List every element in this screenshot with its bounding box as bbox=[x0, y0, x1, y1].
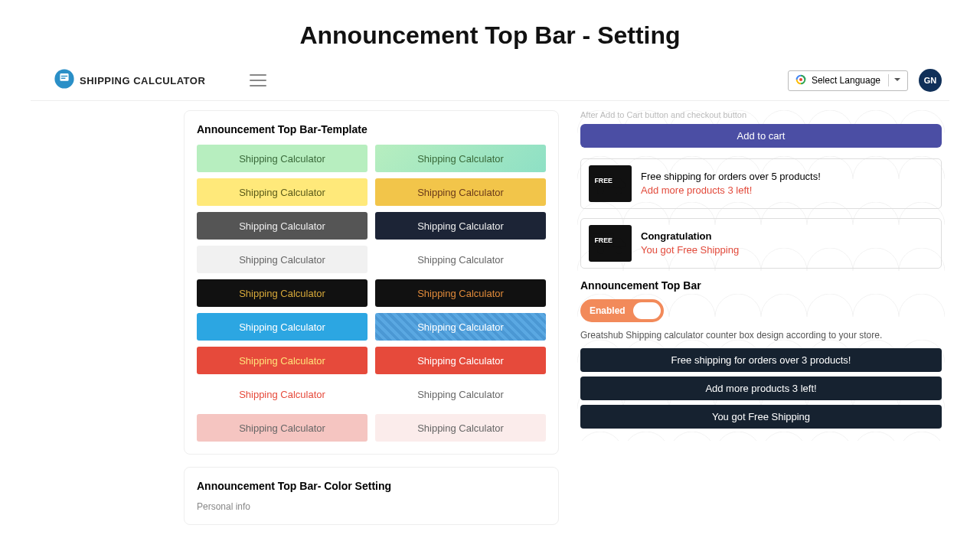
svg-point-5 bbox=[799, 78, 802, 81]
shipping-line1: Free shipping for orders over 5 products… bbox=[641, 170, 821, 184]
free-truck-icon: FREE bbox=[589, 225, 632, 262]
template-option[interactable]: Shipping Calculator bbox=[197, 178, 368, 206]
template-option[interactable]: Shipping Calculator bbox=[375, 414, 546, 442]
preview-hint: After Add to Cart button and checkout bu… bbox=[580, 110, 942, 119]
announcement-section-title: Announcement Top Bar bbox=[580, 279, 942, 292]
announcement-bar-preview: You got Free Shipping bbox=[580, 405, 942, 429]
template-card: Announcement Top Bar-Template Shipping C… bbox=[184, 110, 559, 455]
user-avatar[interactable]: GN bbox=[919, 69, 942, 92]
page-title: Announcement Top Bar - Setting bbox=[0, 0, 980, 64]
toggle-description: Greatshub Shipping calculator counter bo… bbox=[580, 330, 942, 341]
shipping-line2: Add more products 3 left! bbox=[641, 184, 821, 197]
template-option[interactable]: Shipping Calculator bbox=[375, 313, 546, 341]
template-option[interactable]: Shipping Calculator bbox=[375, 279, 546, 307]
congrats-line2: You got Free Shipping bbox=[641, 243, 739, 257]
google-translate-icon bbox=[795, 73, 807, 88]
svg-rect-3 bbox=[61, 78, 66, 79]
template-option[interactable]: Shipping Calculator bbox=[197, 246, 368, 273]
template-option[interactable]: Shipping Calculator bbox=[197, 313, 368, 341]
language-label: Select Language bbox=[812, 75, 880, 86]
color-card-title: Announcement Top Bar- Color Setting bbox=[197, 480, 546, 492]
template-option[interactable]: Shipping Calculator bbox=[197, 347, 368, 374]
color-setting-card: Announcement Top Bar- Color Setting Pers… bbox=[184, 467, 559, 525]
template-option[interactable]: Shipping Calculator bbox=[197, 212, 368, 240]
template-card-title: Announcement Top Bar-Template bbox=[197, 123, 546, 135]
language-selector[interactable]: Select Language bbox=[788, 70, 908, 91]
template-option[interactable]: Shipping Calculator bbox=[375, 178, 546, 206]
shipping-success-box: FREE Congratulation You got Free Shippin… bbox=[580, 218, 942, 269]
svg-text:FREE: FREE bbox=[594, 177, 612, 184]
enable-toggle[interactable]: Enabled bbox=[580, 299, 664, 322]
template-option[interactable]: Shipping Calculator bbox=[375, 145, 546, 172]
svg-point-13 bbox=[616, 248, 622, 254]
menu-toggle-icon[interactable] bbox=[250, 74, 266, 86]
congrats-line1: Congratulation bbox=[641, 230, 739, 243]
announcement-bar-preview: Free shipping for orders over 3 products… bbox=[580, 348, 942, 372]
template-option[interactable]: Shipping Calculator bbox=[197, 414, 368, 442]
free-truck-icon: FREE bbox=[589, 165, 632, 202]
svg-point-9 bbox=[616, 188, 622, 194]
template-option[interactable]: Shipping Calculator bbox=[375, 380, 546, 408]
template-option[interactable]: Shipping Calculator bbox=[375, 347, 546, 374]
logo-icon bbox=[54, 68, 75, 93]
preview-panel: After Add to Cart button and checkout bu… bbox=[577, 110, 945, 441]
shipping-info-box: FREE Free shipping for orders over 5 pro… bbox=[580, 158, 942, 209]
announcement-bar-preview: Add more products 3 left! bbox=[580, 377, 942, 400]
template-option[interactable]: Shipping Calculator bbox=[375, 212, 546, 240]
topbar: Shipping Calculator Select Language GN bbox=[31, 64, 949, 101]
template-option[interactable]: Shipping Calculator bbox=[197, 145, 368, 172]
template-option[interactable]: Shipping Calculator bbox=[197, 279, 368, 307]
svg-point-12 bbox=[597, 248, 603, 254]
add-to-cart-button[interactable]: Add to cart bbox=[580, 124, 942, 148]
svg-rect-1 bbox=[60, 73, 68, 81]
svg-text:FREE: FREE bbox=[594, 236, 612, 244]
template-option[interactable]: Shipping Calculator bbox=[197, 380, 368, 408]
color-card-subtitle: Personal info bbox=[197, 501, 546, 512]
svg-point-8 bbox=[597, 188, 603, 194]
template-option[interactable]: Shipping Calculator bbox=[375, 246, 546, 273]
logo-text: Shipping Calculator bbox=[80, 75, 205, 86]
app-logo: Shipping Calculator bbox=[38, 68, 205, 93]
toggle-knob bbox=[633, 302, 661, 319]
chevron-down-icon bbox=[893, 75, 901, 86]
toggle-label: Enabled bbox=[590, 305, 626, 316]
svg-rect-2 bbox=[61, 76, 67, 77]
